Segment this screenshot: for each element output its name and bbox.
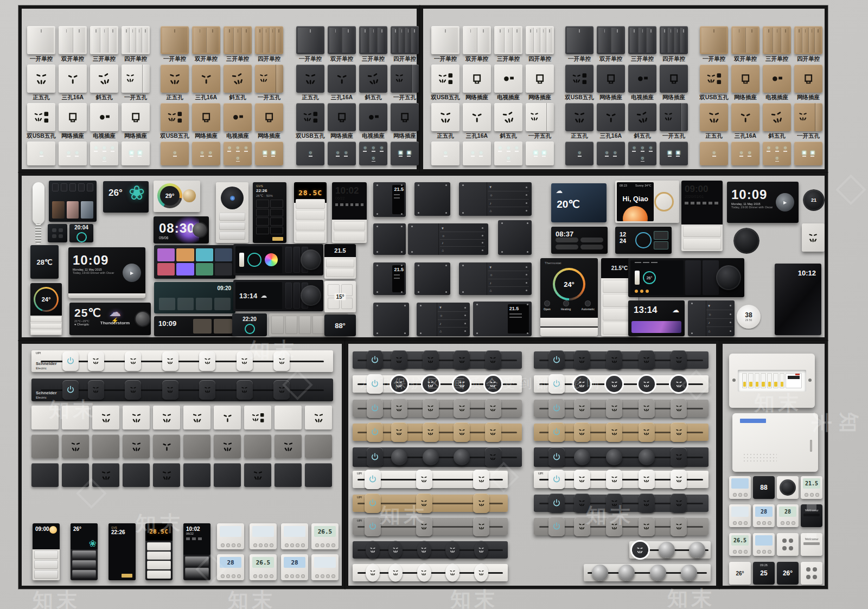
plate-label: 斜五孔 bbox=[229, 94, 246, 101]
plate-label: 网络插座 bbox=[797, 94, 820, 101]
light-icon: ▣ bbox=[667, 150, 672, 157]
plate-label: 三开单控 bbox=[362, 55, 385, 62]
device-knob bbox=[777, 476, 799, 499]
socket-module bbox=[639, 470, 655, 489]
plate-row: 双USB五孔网络插座电视插座网络插座 bbox=[296, 103, 419, 139]
touch-switch-plate: ☼ bbox=[296, 142, 324, 165]
light-icon: ▣ bbox=[407, 150, 412, 157]
darkkeys-panel: ▾☼♪⌂ bbox=[688, 300, 735, 336]
plate-cell: 三孔16A bbox=[192, 65, 220, 101]
five-sw-socket-plate bbox=[794, 103, 822, 131]
plate-cell: ☼☼☼☼ bbox=[494, 142, 522, 165]
light-icon: ▣ bbox=[533, 150, 538, 157]
oval-socket-module bbox=[474, 541, 488, 559]
five-socket-plate bbox=[431, 103, 459, 131]
plate-cell: 三孔16A bbox=[328, 65, 356, 101]
rocker-switch-plate bbox=[90, 26, 118, 54]
plate-cell: 一开五孔 bbox=[391, 65, 419, 101]
plate-cell: 电视插座 bbox=[90, 103, 118, 139]
light-icon: ☼ bbox=[244, 145, 248, 152]
rocker-switch-plate bbox=[192, 26, 220, 54]
touch-switch-plate: ☼☼☼☼ bbox=[359, 142, 387, 165]
knx-a3-panel: ▾☼♪⌂ bbox=[459, 182, 532, 216]
tv-plate bbox=[224, 103, 252, 131]
socket-module bbox=[391, 399, 407, 418]
plate-row: 正五孔三孔16A斜五孔一开五孔 bbox=[296, 65, 419, 101]
plate-cell: 网络插座 bbox=[597, 65, 625, 101]
plate-label: 双开单控 bbox=[330, 55, 353, 62]
plate-label: 四开单控 bbox=[528, 55, 551, 62]
dimmer-knob-module bbox=[592, 565, 608, 581]
knx-d1-panel bbox=[373, 303, 409, 336]
plate-row: 一开单控双开单控三开单控四开单控 bbox=[565, 26, 688, 62]
dimmer-knob-module bbox=[574, 449, 590, 465]
plate-cell: 正五孔 bbox=[27, 65, 55, 101]
plate-label: 一开五孔 bbox=[662, 132, 685, 139]
socket-module bbox=[639, 350, 655, 370]
clock-1002-panel: 10:0206/22 bbox=[332, 182, 367, 243]
plate-cell: 三开单控 bbox=[763, 26, 791, 62]
power-track bbox=[534, 351, 709, 369]
device-lcd-28: 28 bbox=[777, 504, 799, 527]
power-track bbox=[534, 424, 709, 441]
watermark-text: 知末 bbox=[33, 587, 80, 609]
knx-c3-panel: ▾☼♪⌂ bbox=[459, 262, 532, 295]
plain-plate bbox=[183, 463, 210, 487]
plate-label: 双开单控 bbox=[465, 55, 488, 62]
plate-label: 三孔16A bbox=[466, 132, 488, 139]
net-plate bbox=[660, 65, 688, 93]
plate-row: 双USB五孔网络插座电视插座网络插座 bbox=[161, 103, 283, 139]
five-plate bbox=[123, 406, 150, 429]
plate-cell: 三开单控 bbox=[224, 26, 252, 62]
five-sw-socket-plate bbox=[255, 65, 283, 93]
plate-cell: 双USB五孔 bbox=[565, 65, 593, 101]
three-plate bbox=[153, 434, 180, 458]
plate-cell: 双USB五孔 bbox=[296, 103, 324, 139]
socket-module bbox=[574, 422, 590, 442]
power-track bbox=[534, 495, 709, 512]
power-track bbox=[353, 375, 522, 393]
socket-module bbox=[639, 517, 655, 536]
plate-cell: 一开单控 bbox=[27, 26, 55, 62]
power-track bbox=[534, 447, 709, 467]
plate-cell: ☼☼☼☼ bbox=[359, 142, 387, 165]
key-icon: ☼ bbox=[708, 312, 711, 316]
plate-row: 双USB五孔网络插座电视插座网络插座 bbox=[27, 103, 150, 139]
thermostat-card bbox=[217, 523, 244, 549]
touch-switch-plate: ☼☼ bbox=[192, 142, 220, 165]
light-icon: ☼ bbox=[344, 150, 348, 157]
round-socket-module bbox=[485, 376, 501, 392]
power-button-module bbox=[548, 447, 565, 467]
brand-line2: Electric bbox=[36, 395, 57, 400]
dimmer-knob-module bbox=[681, 565, 697, 581]
plate-label: 网络插座 bbox=[258, 132, 280, 139]
smart-panel-10:02: 10:0206/22 bbox=[183, 523, 210, 580]
tv-plate bbox=[90, 103, 118, 131]
light-icon: ☼ bbox=[75, 150, 79, 157]
light-icon: ☼ bbox=[371, 156, 375, 162]
power-track bbox=[534, 518, 709, 535]
plate-label: 网络插座 bbox=[734, 94, 757, 101]
plate-row: 正五孔三孔16A斜五孔一开五孔 bbox=[161, 65, 283, 101]
plate-cell: ▣▣ bbox=[660, 142, 688, 165]
five-plate bbox=[62, 434, 89, 458]
plate-cell: ☼☼ bbox=[328, 142, 356, 165]
net-plate bbox=[328, 103, 356, 131]
knx-c1-panel: 21.5 bbox=[373, 262, 406, 295]
plate-label: 电视插座 bbox=[497, 94, 520, 101]
plate-cell: 电视插座 bbox=[359, 103, 387, 139]
circuit-breaker bbox=[761, 373, 765, 388]
five-plate bbox=[214, 434, 241, 458]
key-icon: ▾ bbox=[708, 304, 710, 308]
schneider-logo: SchneiderElectric bbox=[36, 362, 57, 370]
plate-cell: 斜五孔 bbox=[494, 103, 522, 139]
light-icon: ☼ bbox=[94, 145, 98, 152]
socket-module bbox=[606, 350, 622, 370]
up-tag: UP! bbox=[357, 496, 362, 499]
plate-cell: 正五孔 bbox=[565, 103, 593, 139]
gvs-brand: GVS bbox=[256, 184, 283, 188]
oval-socket-module bbox=[417, 541, 431, 559]
socket-module bbox=[671, 422, 687, 442]
socket-module bbox=[606, 422, 622, 442]
socket-module bbox=[454, 399, 470, 418]
